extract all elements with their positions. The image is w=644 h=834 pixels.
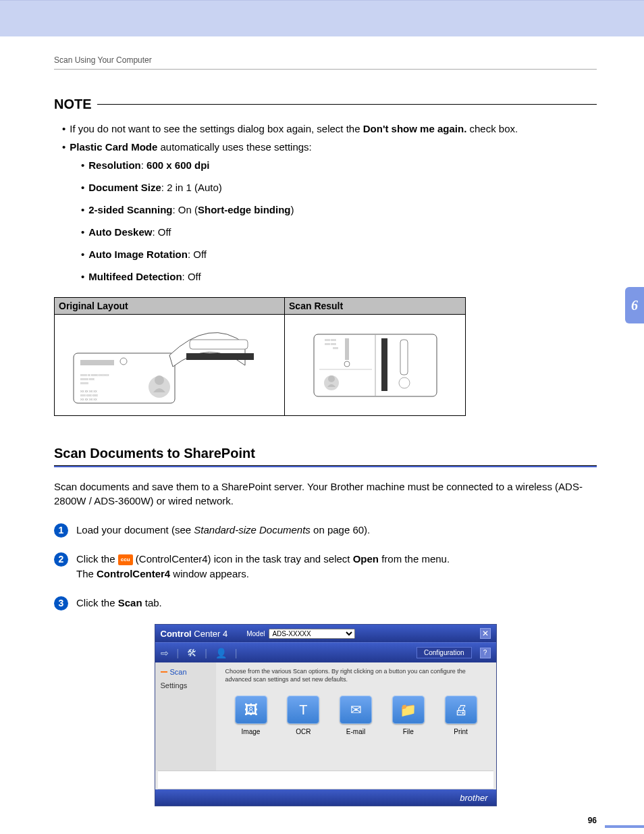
step-2: 2 Click the ccu (ControlCenter4) icon in… — [54, 552, 597, 582]
table-header-result: Scan Result — [285, 298, 466, 315]
setting-docsize-label: Document Size — [88, 182, 161, 193]
note-item-2-bold: Plastic Card Mode — [70, 141, 157, 153]
page-number: 96 — [588, 816, 597, 825]
svg-point-10 — [155, 375, 164, 385]
folder-icon: 📁 — [400, 702, 417, 718]
note-item-2-post: automatically uses these settings: — [157, 141, 311, 153]
step-2-number: 2 — [54, 552, 68, 567]
cc-body: Scan Settings Choose from the various Sc… — [155, 662, 496, 771]
setting-duplex-post: ) — [290, 204, 294, 215]
cc-footer-gap — [158, 771, 493, 789]
svg-text:XXXX   XXXX   XXXX: XXXX XXXX XXXX — [80, 394, 98, 397]
step-1-italic: Standard-size Documents — [194, 524, 311, 536]
help-button[interactable]: ? — [480, 648, 491, 658]
note-list: • If you do not want to see the settings… — [61, 122, 597, 284]
cc-model-label: Model — [246, 630, 265, 637]
cc-button-print[interactable]: 🖨Print — [441, 696, 481, 735]
cc-sidebar: Scan Settings — [155, 662, 216, 771]
page-number-bar — [605, 825, 644, 828]
controlcenter-window: Control Center 4 Model ADS-XXXXX ✕ ⇨ | 🛠… — [155, 624, 497, 806]
original-layout-illustration: XXXXX XX XXXXX XXXXXXXX XXXXXX XXXX XXXX… — [68, 325, 271, 406]
svg-rect-24 — [400, 340, 408, 375]
setting-rotate-value: : Off — [188, 249, 207, 260]
step-3-number: 3 — [54, 596, 68, 610]
svg-text:XXXX XXXX: XXXX XXXX — [325, 339, 336, 342]
cc-titlebar: Control Center 4 Model ADS-XXXXX ✕ — [155, 625, 496, 642]
email-icon: ✉ — [350, 702, 362, 718]
page-header: Scan Using Your Computer — [54, 55, 597, 70]
step-3: 3 Click the Scan tab. — [54, 596, 597, 611]
step-1: 1 Load your document (see Standard-size … — [54, 523, 597, 538]
tools-icon[interactable]: 🛠 — [187, 648, 196, 658]
setting-duplex-label: 2-sided Scanning — [88, 204, 172, 215]
svg-text:XXXX: XXXX — [333, 347, 338, 350]
note-item-1-post: check box. — [466, 123, 518, 134]
svg-text:XXXXXX XXXX: XXXXXX XXXX — [80, 378, 95, 381]
setting-resolution-label: Resolution — [88, 159, 141, 171]
cc-button-ocr[interactable]: TOCR — [283, 696, 323, 735]
note-heading: NOTE — [54, 97, 597, 112]
svg-text:XX  XX  XX  XX: XX XX XX XX — [80, 390, 97, 393]
cc-footer: brother — [155, 789, 496, 806]
configuration-button[interactable]: Configuration — [417, 647, 471, 658]
cc-main: Choose from the various Scan options. By… — [216, 662, 496, 771]
step-1-number: 1 — [54, 523, 68, 538]
svg-point-25 — [399, 377, 410, 388]
step-2-line2-bold: ControlCenter4 — [97, 568, 170, 579]
cc-model-select[interactable]: ADS-XXXXX — [269, 629, 355, 639]
setting-deskew-value: : Off — [152, 226, 171, 238]
cc-button-image[interactable]: 🖼Image — [231, 696, 271, 735]
setting-multi-label: Multifeed Detection — [88, 271, 182, 282]
step-2-line2-pre: The — [76, 568, 97, 579]
cc-close-button[interactable]: ✕ — [480, 628, 491, 639]
setting-rotate-label: Auto Image Rotation — [88, 249, 188, 260]
note-title: NOTE — [54, 97, 92, 112]
svg-rect-11 — [190, 340, 248, 349]
svg-rect-1 — [80, 360, 114, 365]
setting-resolution-value: 600 x 600 dpi — [146, 159, 209, 171]
person-icon[interactable]: 👤 — [215, 648, 227, 658]
cc-tab-scan[interactable]: Scan — [155, 665, 216, 679]
cc-toolbar: ⇨ | 🛠 | 👤 | Configuration ? — [155, 642, 496, 662]
svg-point-21 — [328, 375, 335, 382]
print-icon: 🖨 — [454, 702, 468, 718]
step-3-post: tab. — [142, 597, 162, 608]
step-2-post: from the menu. — [379, 553, 450, 565]
image-icon: 🖼 — [244, 702, 258, 718]
note-item-1-pre: If you do not want to see the settings d… — [70, 123, 363, 134]
scan-result-illustration: XXXX XXXX XXXX XXXX XXXX — [311, 332, 439, 399]
step-2-line2-post: window appears. — [170, 568, 249, 579]
section-rule — [54, 465, 597, 467]
scan-icon[interactable]: ⇨ — [161, 648, 169, 658]
step-1-pre: Load your document (see — [76, 524, 194, 536]
note-item-1-bold: Don't show me again. — [363, 123, 467, 134]
svg-text:XXXXX XX XXXXX XXXXXXXX: XXXXX XX XXXXX XXXXXXXX — [80, 374, 109, 377]
cc-logo: Control Center 4 — [161, 629, 228, 639]
setting-duplex-bold2: Short-edge binding — [198, 204, 290, 215]
table-cell-original: XXXXX XX XXXXX XXXXXXXX XXXXXX XXXX XXXX… — [55, 315, 285, 416]
step-3-bold: Scan — [118, 597, 142, 608]
step-2-bold: Open — [353, 553, 379, 565]
setting-duplex-mid: : On ( — [172, 204, 198, 215]
cc-tab-settings[interactable]: Settings — [155, 679, 216, 692]
note-rule — [97, 104, 597, 105]
layout-result-table: Original Layout Scan Result XXXXX XX XXX… — [54, 297, 466, 416]
step-3-pre: Click the — [76, 597, 118, 608]
svg-rect-12 — [186, 353, 254, 360]
svg-text:XXXX XXXX: XXXX XXXX — [325, 343, 336, 346]
setting-deskew-label: Auto Deskew — [88, 226, 152, 238]
setting-multi-value: : Off — [182, 271, 201, 282]
svg-rect-18 — [345, 338, 349, 360]
cc-hint-text: Choose from the various Scan options. By… — [225, 668, 487, 683]
step-2-pre: Click the — [76, 553, 118, 565]
section-intro: Scan documents and save them to a ShareP… — [54, 479, 597, 508]
svg-text:XX  XX    XX  XX: XX XX XX XX — [80, 398, 97, 401]
svg-rect-23 — [381, 338, 387, 391]
cc-button-file[interactable]: 📁File — [388, 696, 429, 735]
svg-text:XXXXXX: XXXXXX — [80, 382, 88, 385]
cc-button-email[interactable]: ✉E-mail — [336, 696, 376, 735]
table-cell-result: XXXX XXXX XXXX XXXX XXXX — [285, 315, 466, 416]
top-accent-band — [0, 0, 644, 36]
controlcenter-tray-icon: ccu — [118, 554, 133, 565]
ocr-icon: T — [299, 702, 307, 718]
